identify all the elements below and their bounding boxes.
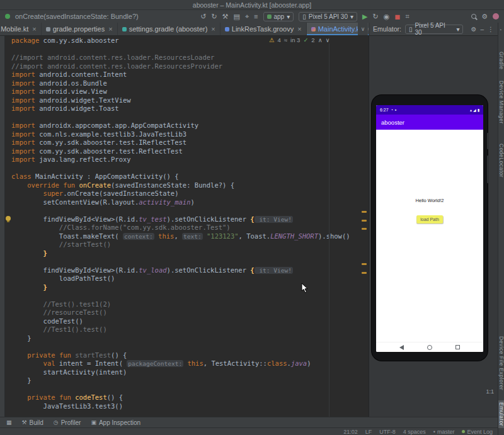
tool-window-app-inspection[interactable]: ▣ App Inspection [91,419,140,426]
profiler-icon[interactable]: ◉ [384,13,390,21]
emulator-settings-gear-icon[interactable]: ⚙ [471,26,476,33]
code-line[interactable]: private fun startTest() { [11,351,369,360]
tool-window-codelocator[interactable]: CodeLocator [498,144,504,178]
code-line[interactable]: codeTest() [11,317,369,326]
next-issue-arrow-icon[interactable]: ∨ [326,37,330,43]
tool-window-gradle[interactable]: Gradle [498,52,504,70]
code-line[interactable]: //Class.forName("com.yy.sdk.abooster.Tes… [11,223,369,232]
tool-window-device-manager[interactable]: Device Manager [498,81,504,124]
more-options-icon[interactable]: ⋮ [488,26,494,33]
warning-stripe-mark[interactable] [362,220,367,222]
code-line[interactable]: } [11,376,369,385]
close-icon[interactable]: × [211,25,215,33]
close-icon[interactable]: × [297,25,301,33]
emulator-screen[interactable]: 6:27 ◔ ▪ ▴ ◢ ▮ abooster Hello World!2 lo… [376,105,483,352]
emulator-device-selector[interactable]: ▯ Pixel 5 API 30 ▾ [405,25,464,34]
code-line[interactable]: Toast.makeText( context: this, text: "12… [11,232,369,241]
code-line[interactable]: import android.os.Bundle [11,79,369,88]
file-encoding[interactable]: UTF-8 [379,429,396,435]
git-branch-widget[interactable]: • master [433,429,455,435]
code-line[interactable]: import com.nls.example.testlib3.JavaTest… [11,130,369,139]
tool-window-switcher-icon[interactable]: ▦ [6,419,12,426]
code-line[interactable]: //startTest() [11,240,369,249]
tab-mobile-kt[interactable]: ...Mobile.kt × [0,23,42,35]
code-line[interactable]: //Test1().test() [11,325,369,334]
code-line[interactable]: import android.widget.TextView [11,96,369,105]
tab-linkrestask-groovy[interactable]: LinkResTask.groovy × [220,23,307,35]
search-icon[interactable] [471,14,476,19]
code-line[interactable]: import androidx.appcompat.app.AppCompatA… [11,121,369,130]
code-line[interactable] [11,385,369,394]
code-line[interactable]: import android.view.View [11,88,369,96]
android-back-icon[interactable] [399,345,404,350]
tab-settings-gradle[interactable]: settings.gradle (abooster) × [118,23,220,35]
caret-position[interactable]: 21:02 [343,429,358,435]
code-line[interactable]: } [11,249,369,258]
code-line[interactable] [11,45,369,54]
undo-icon[interactable]: ↺ [200,13,206,21]
navigation-breadcrumb[interactable]: onCreate(savedInstanceState: Bundle?) [15,13,139,20]
code-line[interactable] [11,291,369,300]
code-line[interactable] [11,113,369,122]
code-line[interactable]: import android.widget.Toast [11,105,369,113]
code-line[interactable] [11,342,369,351]
intention-bulb-icon[interactable] [6,216,11,221]
layout-inspector-icon[interactable]: ⌗ [405,13,409,21]
run-button[interactable]: ▶ [362,13,367,21]
code-line[interactable]: val intent = Intent( packageContext: thi… [11,359,369,368]
grid-icon[interactable]: ▤ [233,13,239,21]
tool-window-device-file-explorer[interactable]: Device File Explorer [498,336,504,390]
code-editor[interactable]: package com.yy.sdk.abooster //import and… [5,36,369,417]
tool-window-emulator[interactable]: Emulator [498,400,504,428]
android-recents-icon[interactable] [455,345,460,349]
redo-icon[interactable]: ↻ [211,13,217,21]
android-home-icon[interactable] [427,345,432,350]
warning-stripe-mark[interactable] [362,228,367,230]
code-line[interactable]: } [11,334,369,343]
tool-window-profiler[interactable]: ◷ Profiler [54,419,81,426]
target-icon[interactable]: ⌖ [245,13,249,21]
code-line[interactable]: } [11,283,369,292]
device-selector[interactable]: ▯ Pixel 5 API 30 ▾ [299,12,357,21]
code-line[interactable]: findViewById<View>(R.id.tv_test).setOnCl… [11,215,369,224]
apply-changes-icon[interactable]: ↻ [373,13,379,21]
indent-setting[interactable]: 4 spaces [403,429,426,435]
code-line[interactable]: setContentView(R.layout.activity_main) [11,198,369,207]
code-line[interactable]: JavaTestLib3.test3() [11,402,369,411]
warning-stripe-mark[interactable] [362,263,367,265]
build-icon[interactable]: ⚒ [222,13,229,21]
notifications-icon[interactable]: ◔ [499,28,501,32]
code-line[interactable]: findViewById<View>(R.id.tv_load).setOnCl… [11,266,369,275]
settings-gear-icon[interactable]: ⚙ [481,13,488,21]
load-path-button[interactable]: load Path [416,215,443,223]
warning-stripe-mark[interactable] [362,211,367,213]
run-config-selector[interactable]: app ▾ [263,12,294,21]
minimize-icon[interactable]: – [480,26,484,33]
user-avatar[interactable] [493,13,499,20]
code-line[interactable]: //import android.content.res.loader.Reso… [11,62,369,71]
event-log-widget[interactable]: Event Log [462,429,493,435]
code-line[interactable]: super.onCreate(savedInstanceState) [11,189,369,198]
code-line[interactable]: import com.yy.sdk.abooster.test.ReflectT… [11,147,369,156]
code-line[interactable]: private fun codeTest() { [11,393,369,402]
code-line[interactable] [11,206,369,215]
code-line[interactable]: import com.yy.sdk.abooster.test.IReflect… [11,138,369,147]
stop-button[interactable]: ◼ [394,13,400,21]
close-icon[interactable]: × [108,25,112,33]
code-line[interactable]: override fun onCreate(savedInstanceState… [11,181,369,190]
code-line[interactable]: class MainActivity : AppCompatActivity()… [11,172,369,181]
code-line[interactable] [11,164,369,173]
code-line[interactable]: //resourceTest() [11,308,369,317]
code-line[interactable]: startActivity(intent) [11,368,369,377]
code-line[interactable]: //Test().test1(2) [11,300,369,309]
menu-icon[interactable]: ≡ [254,13,258,20]
inspections-widget[interactable]: ⚠ 4 ≈ in 3 ✓ 2 ∧ ∨ [266,37,333,43]
hidden-tabs-chevron-icon[interactable]: ∨ [358,23,368,35]
warning-stripe-mark[interactable] [362,272,367,274]
tool-window-build[interactable]: ⚒ Build [22,419,43,426]
code-line[interactable] [11,257,369,266]
code-line[interactable]: //import android.content.res.loader.Reso… [11,54,369,62]
code-line[interactable]: import java.lang.reflect.Proxy [11,155,369,164]
code-line[interactable]: loadPathTest() [11,274,369,283]
prev-issue-arrow-icon[interactable]: ∧ [318,37,323,43]
